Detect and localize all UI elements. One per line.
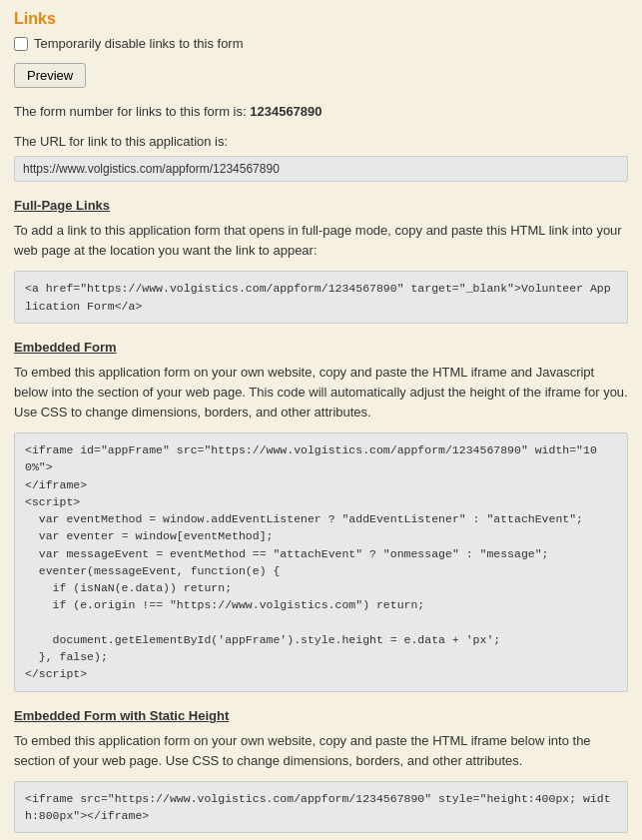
embedded-static-code-box[interactable]: <iframe src="https://www.volgistics.com/… — [14, 781, 628, 834]
url-label: The URL for link to this application is: — [14, 132, 628, 152]
url-value: https://www.volgistics.com/appform/12345… — [14, 156, 628, 182]
embedded-static-section-title: Embedded Form with Static Height — [14, 708, 628, 723]
page-title: Links — [14, 10, 628, 28]
embedded-static-section-desc: To embed this application form on your o… — [14, 731, 628, 771]
disable-links-label: Temporarily disable links to this form — [34, 36, 244, 51]
disable-links-row: Temporarily disable links to this form — [14, 36, 628, 51]
embedded-form-code-box[interactable]: <iframe id="appFrame" src="https://www.v… — [14, 432, 628, 692]
full-page-code-box[interactable]: <a href="https://www.volgistics.com/appf… — [14, 271, 628, 324]
embedded-form-section-title: Embedded Form — [14, 340, 628, 355]
embedded-form-section-desc: To embed this application form on your o… — [14, 363, 628, 422]
full-page-section-desc: To add a link to this application form t… — [14, 221, 628, 261]
form-number-prefix: The form number for links to this form i… — [14, 104, 250, 119]
disable-links-checkbox[interactable] — [14, 37, 28, 51]
full-page-section-title: Full-Page Links — [14, 198, 628, 213]
preview-button[interactable]: Preview — [14, 63, 86, 88]
form-number-text: The form number for links to this form i… — [14, 102, 628, 122]
form-number-value: 1234567890 — [250, 104, 321, 119]
